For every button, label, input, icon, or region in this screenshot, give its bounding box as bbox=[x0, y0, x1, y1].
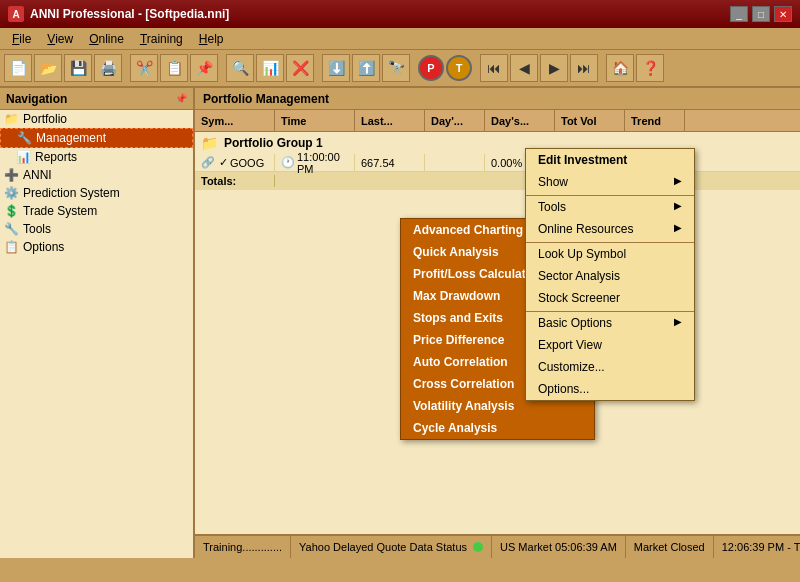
title-bar-left: A ANNI Professional - [Softpedia.nni] bbox=[8, 6, 229, 22]
cell-time: 🕐 11:00:00 PM bbox=[275, 154, 355, 171]
cell-last: 667.54 bbox=[355, 154, 425, 171]
sidebar-label-trade: Trade System bbox=[23, 204, 97, 218]
col-sym-header[interactable]: Sym... bbox=[195, 110, 275, 131]
toolbar-paste[interactable]: 📌 bbox=[190, 54, 218, 82]
toolbar-print[interactable]: 🖨️ bbox=[94, 54, 122, 82]
plus-icon: ➕ bbox=[4, 168, 19, 182]
menu-bar: File View Online Training Help bbox=[0, 28, 800, 50]
toolbar-delete[interactable]: ❌ bbox=[286, 54, 314, 82]
sidebar: Navigation 📌 📁 Portfolio 🔧 Management 📊 … bbox=[0, 88, 195, 558]
sidebar-item-reports[interactable]: 📊 Reports bbox=[0, 148, 193, 166]
cell-time-icon: 🕐 bbox=[281, 156, 295, 169]
sidebar-item-anni[interactable]: ➕ ANNI bbox=[0, 166, 193, 184]
sidebar-label-prediction: Prediction System bbox=[23, 186, 120, 200]
toolbar-binoculars[interactable]: 🔭 bbox=[382, 54, 410, 82]
sidebar-label-management: Management bbox=[36, 131, 106, 145]
totals-label: Totals: bbox=[195, 175, 275, 187]
menu-view[interactable]: View bbox=[39, 30, 81, 48]
toolbar-next[interactable]: ▶ bbox=[540, 54, 568, 82]
sidebar-item-trade[interactable]: 💲 Trade System bbox=[0, 202, 193, 220]
ctx-show[interactable]: Show bbox=[526, 171, 694, 193]
toolbar-new[interactable]: 📄 bbox=[4, 54, 32, 82]
col-trend-header[interactable]: Trend bbox=[625, 110, 685, 131]
main-layout: Navigation 📌 📁 Portfolio 🔧 Management 📊 … bbox=[0, 88, 800, 558]
toolbar-help[interactable]: ❓ bbox=[636, 54, 664, 82]
sidebar-item-prediction[interactable]: ⚙️ Prediction System bbox=[0, 184, 193, 202]
ctx-sector-analysis[interactable]: Sector Analysis bbox=[526, 265, 694, 287]
status-data: Yahoo Delayed Quote Data Status bbox=[291, 536, 492, 558]
menu-file[interactable]: File bbox=[4, 30, 39, 48]
maximize-button[interactable]: □ bbox=[752, 6, 770, 22]
status-clock: 12:06:39 PM - Thu bbox=[714, 536, 800, 558]
sidebar-label-anni: ANNI bbox=[23, 168, 52, 182]
title-text: ANNI Professional - [Softpedia.nni] bbox=[30, 7, 229, 21]
ctx-tools-cycle-analysis[interactable]: Cycle Analysis bbox=[401, 417, 594, 439]
toolbar-rewind[interactable]: ⏮ bbox=[480, 54, 508, 82]
status-bar: Training............. Yahoo Delayed Quot… bbox=[195, 534, 800, 558]
menu-online[interactable]: Online bbox=[81, 30, 132, 48]
app-icon: A bbox=[8, 6, 24, 22]
col-last-header[interactable]: Last... bbox=[355, 110, 425, 131]
status-training: Training............. bbox=[195, 536, 291, 558]
ctx-online-resources[interactable]: Online Resources bbox=[526, 218, 694, 240]
sidebar-pin-icon[interactable]: 📌 bbox=[175, 93, 187, 104]
tools-icon: 🔧 bbox=[4, 222, 19, 236]
status-training-text: Training............. bbox=[203, 541, 282, 553]
toolbar-p-circle[interactable]: P bbox=[418, 55, 444, 81]
toolbar-open[interactable]: 📂 bbox=[34, 54, 62, 82]
sidebar-label-reports: Reports bbox=[35, 150, 77, 164]
sidebar-item-tools[interactable]: 🔧 Tools bbox=[0, 220, 193, 238]
cell-sym-value: GOOG bbox=[230, 157, 264, 169]
col-days-header[interactable]: Day's... bbox=[485, 110, 555, 131]
folder-icon: 📁 bbox=[4, 112, 19, 126]
ctx-lookup-symbol[interactable]: Look Up Symbol bbox=[526, 242, 694, 265]
status-data-text: Yahoo Delayed Quote Data Status bbox=[299, 541, 467, 553]
cell-checkbox: ✓ bbox=[219, 156, 228, 169]
col-time-header[interactable]: Time bbox=[275, 110, 355, 131]
toolbar-t-circle[interactable]: T bbox=[446, 55, 472, 81]
cell-time-value: 11:00:00 PM bbox=[297, 151, 348, 175]
sidebar-title: Navigation bbox=[6, 92, 67, 106]
portfolio-group[interactable]: 📁 Portfolio Group 1 bbox=[195, 132, 800, 154]
sidebar-header: Navigation 📌 bbox=[0, 88, 193, 110]
status-market-status-text: Market Closed bbox=[634, 541, 705, 553]
ctx-export-view[interactable]: Export View bbox=[526, 334, 694, 356]
cell-dayd bbox=[425, 154, 485, 171]
menu-help[interactable]: Help bbox=[191, 30, 232, 48]
sidebar-item-portfolio[interactable]: 📁 Portfolio bbox=[0, 110, 193, 128]
sidebar-item-management[interactable]: 🔧 Management bbox=[0, 128, 193, 148]
title-bar-controls: _ □ ✕ bbox=[730, 6, 792, 22]
toolbar-download[interactable]: ⬇️ bbox=[322, 54, 350, 82]
sidebar-label-options: Options bbox=[23, 240, 64, 254]
ctx-options[interactable]: Options... bbox=[526, 378, 694, 400]
toolbar-copy[interactable]: 📋 bbox=[160, 54, 188, 82]
content-header: Portfolio Management bbox=[195, 88, 800, 110]
portfolio-folder-icon: 📁 bbox=[201, 135, 218, 151]
portfolio-group-label: Portfolio Group 1 bbox=[224, 136, 323, 150]
status-dot-icon bbox=[473, 542, 483, 552]
col-totvol-header[interactable]: Tot Vol bbox=[555, 110, 625, 131]
title-bar: A ANNI Professional - [Softpedia.nni] _ … bbox=[0, 0, 800, 28]
sidebar-item-options[interactable]: 📋 Options bbox=[0, 238, 193, 256]
ctx-customize[interactable]: Customize... bbox=[526, 356, 694, 378]
col-dayd-header[interactable]: Day'... bbox=[425, 110, 485, 131]
toolbar-search[interactable]: 🔍 bbox=[226, 54, 254, 82]
table-header: Sym... Time Last... Day'... Day's... Tot… bbox=[195, 110, 800, 132]
toolbar-prev[interactable]: ◀ bbox=[510, 54, 538, 82]
status-clock-text: 12:06:39 PM - Thu bbox=[722, 541, 800, 553]
menu-training[interactable]: Training bbox=[132, 30, 191, 48]
minimize-button[interactable]: _ bbox=[730, 6, 748, 22]
table-row[interactable]: 🔗 ✓ GOOG 🕐 11:00:00 PM 667.54 0.00% bbox=[195, 154, 800, 172]
ctx-basic-options[interactable]: Basic Options bbox=[526, 311, 694, 334]
close-button[interactable]: ✕ bbox=[774, 6, 792, 22]
toolbar-upload[interactable]: ⬆️ bbox=[352, 54, 380, 82]
toolbar-ffwd[interactable]: ⏭ bbox=[570, 54, 598, 82]
toolbar-chart[interactable]: 📊 bbox=[256, 54, 284, 82]
ctx-tools-item[interactable]: Tools bbox=[526, 195, 694, 218]
toolbar-save[interactable]: 💾 bbox=[64, 54, 92, 82]
toolbar-home[interactable]: 🏠 bbox=[606, 54, 634, 82]
content-title: Portfolio Management bbox=[203, 92, 329, 106]
toolbar-cut[interactable]: ✂️ bbox=[130, 54, 158, 82]
ctx-stock-screener[interactable]: Stock Screener bbox=[526, 287, 694, 309]
ctx-edit-investment[interactable]: Edit Investment bbox=[526, 149, 694, 171]
